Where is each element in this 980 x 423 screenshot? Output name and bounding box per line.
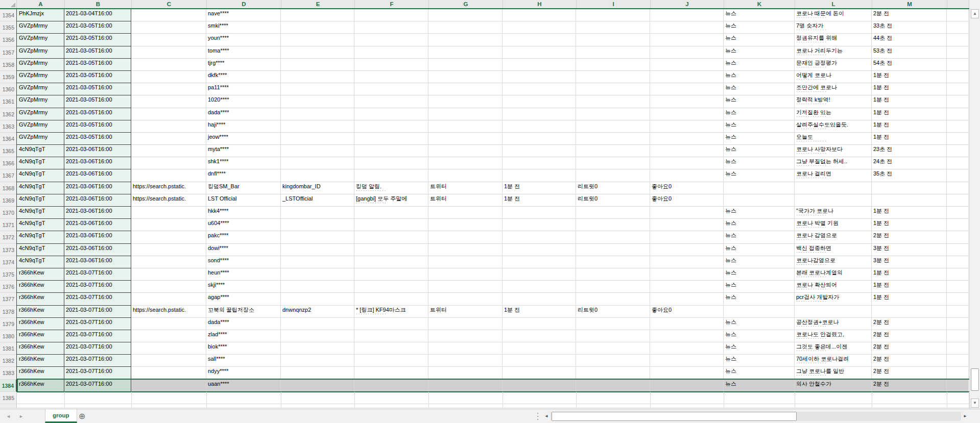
cell-N1357[interactable]: [947, 46, 969, 59]
cell-C1380[interactable]: [131, 330, 206, 342]
cell-J1381[interactable]: [650, 342, 724, 355]
cell-L1358[interactable]: 문재인 긍정평가·············: [795, 59, 872, 71]
cell-L1385[interactable]: [795, 392, 872, 404]
cell-E1367[interactable]: [281, 169, 354, 182]
cell-K1360[interactable]: 뉴스: [724, 83, 795, 95]
cell-L1379[interactable]: 공산정권+코로나·············: [795, 318, 872, 330]
cell-G1381[interactable]: [428, 342, 503, 355]
cell-L1365[interactable]: 코로나 사망자보다·············: [795, 145, 872, 157]
cell-C1382[interactable]: [131, 355, 206, 367]
horizontal-scroll-track[interactable]: [551, 412, 961, 421]
cell-H1382[interactable]: [503, 355, 576, 367]
cell-N1365[interactable]: [947, 145, 969, 157]
cell-A1366[interactable]: 4cN9qTgT: [16, 157, 64, 169]
cell-G1380[interactable]: [428, 330, 503, 342]
column-header-L[interactable]: L: [795, 0, 872, 8]
cell-N1366[interactable]: [947, 157, 969, 169]
cell-E1384[interactable]: [281, 380, 354, 392]
cell-B1362[interactable]: 2021-03-05T16:00: [64, 108, 131, 120]
cell-A1357[interactable]: GVZpMrmy: [16, 46, 64, 59]
cell-N1364[interactable]: [947, 133, 969, 145]
cell-A1369[interactable]: 4cN9qTgT: [16, 194, 64, 207]
cell-M1380[interactable]: 2분 전: [872, 330, 947, 342]
cell-C1386[interactable]: [132, 404, 207, 408]
cell-N1383[interactable]: [947, 367, 969, 379]
row-header-1384[interactable]: 1384: [0, 380, 17, 392]
cell-H1380[interactable]: [503, 330, 576, 342]
cell-A1363[interactable]: GVZpMrmy: [16, 120, 64, 133]
cell-N1355[interactable]: [947, 21, 969, 34]
cell-H1377[interactable]: [503, 293, 576, 305]
row-header-1357[interactable]: 1357: [0, 46, 17, 59]
cell-F1373[interactable]: [354, 244, 428, 256]
cell-A1373[interactable]: 4cN9qTgT: [16, 244, 64, 256]
cell-K1356[interactable]: 뉴스: [724, 34, 795, 46]
row-header-1358[interactable]: 1358: [0, 59, 17, 71]
cell-M1367[interactable]: 35초 전: [872, 169, 947, 182]
cell-D1379[interactable]: dada****: [206, 318, 281, 330]
cell-I1380[interactable]: [576, 330, 650, 342]
cell-B1364[interactable]: 2021-03-05T16:00: [64, 133, 131, 145]
column-header-E[interactable]: E: [281, 0, 355, 8]
cell-K1376[interactable]: 뉴스: [724, 281, 795, 293]
cell-N1385[interactable]: [947, 392, 969, 404]
cell-G1379[interactable]: [428, 318, 503, 330]
cell-F1377[interactable]: [354, 293, 428, 305]
cell-F1355[interactable]: [354, 21, 428, 34]
cell-D1365[interactable]: myta****: [206, 145, 281, 157]
cell-C1370[interactable]: [131, 207, 206, 219]
cell-K1381[interactable]: 뉴스: [724, 342, 795, 355]
cell-B1379[interactable]: 2021-03-07T16:00: [64, 318, 131, 330]
cell-D1354[interactable]: nave****: [206, 9, 281, 21]
cell-A1376[interactable]: r366hKew: [16, 281, 64, 293]
column-header-F[interactable]: F: [355, 0, 429, 8]
cell-L1364[interactable]: 오늘도·············: [795, 133, 872, 145]
cell-D1370[interactable]: hkk4****: [206, 207, 281, 219]
cell-N1370[interactable]: [947, 207, 969, 219]
cell-M1370[interactable]: 1분 전: [872, 207, 947, 219]
cell-N1362[interactable]: [947, 108, 969, 120]
cell-G1366[interactable]: [428, 157, 503, 169]
scroll-down-button[interactable]: ▼: [971, 399, 979, 408]
cell-H1355[interactable]: [503, 21, 576, 34]
cell-F1369[interactable]: [gangbi] 모두 주말에·············: [354, 194, 428, 207]
cell-H1367[interactable]: [503, 169, 576, 182]
column-header-H[interactable]: H: [503, 0, 577, 8]
cell-C1371[interactable]: [131, 219, 206, 231]
cell-A1361[interactable]: GVZpMrmy: [16, 95, 64, 108]
cell-B1377[interactable]: 2021-03-07T16:00: [64, 293, 131, 305]
row-header-1379[interactable]: 1379: [0, 318, 17, 330]
cell-B1361[interactable]: 2021-03-05T16:00: [64, 95, 131, 108]
cell-D1356[interactable]: youn****: [206, 34, 281, 46]
column-header-K[interactable]: K: [724, 0, 795, 8]
cell-C1357[interactable]: [131, 46, 206, 59]
cell-J1379[interactable]: [650, 318, 724, 330]
cell-B1357[interactable]: 2021-03-05T16:00: [64, 46, 131, 59]
row-header-1382[interactable]: 1382: [0, 355, 17, 367]
cell-J1380[interactable]: [650, 330, 724, 342]
cell-E1366[interactable]: [281, 157, 354, 169]
cell-K1367[interactable]: 뉴스: [724, 169, 795, 182]
cell-G1382[interactable]: [428, 355, 503, 367]
row-header-1374[interactable]: 1374: [0, 256, 17, 268]
cell-A1365[interactable]: 4cN9qTgT: [16, 145, 64, 157]
cell-K1364[interactable]: 뉴스: [724, 133, 795, 145]
cell-F1380[interactable]: [354, 330, 428, 342]
cell-G1374[interactable]: [428, 256, 503, 268]
cell-B1358[interactable]: 2021-03-05T16:00: [64, 59, 131, 71]
cell-G1368[interactable]: 트위터: [428, 182, 503, 194]
cell-A1360[interactable]: GVZpMrmy: [16, 83, 64, 95]
cell-G1362[interactable]: [428, 108, 503, 120]
cell-C1375[interactable]: [131, 268, 206, 281]
cell-I1364[interactable]: [576, 133, 650, 145]
cell-D1355[interactable]: smki****: [206, 21, 281, 34]
cell-A1380[interactable]: r366hKew: [16, 330, 64, 342]
row-header-1367[interactable]: 1367: [0, 169, 17, 182]
cell-F1361[interactable]: [354, 95, 428, 108]
cell-E1380[interactable]: [281, 330, 354, 342]
cell-M1356[interactable]: 44초 전: [872, 34, 947, 46]
cell-C1377[interactable]: [131, 293, 206, 305]
cell-K1377[interactable]: 뉴스: [724, 293, 795, 305]
cell-A1386[interactable]: [17, 404, 65, 408]
cell-I1366[interactable]: [576, 157, 650, 169]
